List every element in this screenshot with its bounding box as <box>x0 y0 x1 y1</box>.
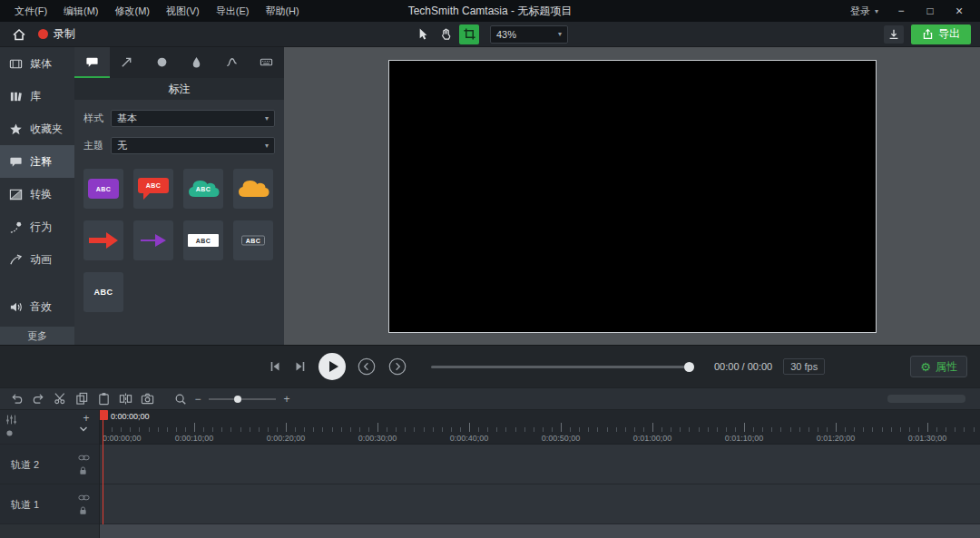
maximize-button[interactable]: □ <box>916 3 944 19</box>
play-button[interactable] <box>318 353 346 380</box>
login-button[interactable]: 登录 ▾ <box>843 3 886 20</box>
menu-edit[interactable]: 编辑(M) <box>56 2 106 21</box>
menu-modify[interactable]: 修改(M) <box>108 2 158 21</box>
camera-icon <box>141 392 154 406</box>
caret-down-icon: ▾ <box>265 114 269 122</box>
tab-sketch-motion[interactable] <box>214 47 250 78</box>
paste-button[interactable] <box>94 390 113 408</box>
callout-tile-cloud[interactable] <box>233 169 273 209</box>
crop-tool-button[interactable] <box>459 24 479 44</box>
redo-button[interactable] <box>29 390 47 408</box>
preview-stage[interactable] <box>388 60 877 333</box>
select-tool-button[interactable] <box>412 24 432 44</box>
step-back-button[interactable] <box>357 357 377 377</box>
sidebar-item-annotations[interactable]: 注释 <box>0 145 74 178</box>
track-lane[interactable] <box>100 445 980 484</box>
tab-arrows[interactable] <box>110 47 145 78</box>
home-button[interactable] <box>9 24 29 44</box>
record-marker-icon[interactable] <box>5 429 17 437</box>
menu-view[interactable]: 视图(V) <box>159 2 207 21</box>
menu-file[interactable]: 文件(F) <box>7 2 54 21</box>
chevron-left-circle-icon <box>357 357 377 377</box>
playhead[interactable] <box>103 410 103 524</box>
export-button[interactable]: 导出 <box>911 24 971 44</box>
menu-help[interactable]: 帮助(H) <box>258 2 306 21</box>
pan-tool-button[interactable] <box>436 24 456 44</box>
timeline-zoom-out-button[interactable]: − <box>192 393 203 406</box>
zoom-slider-handle[interactable] <box>234 396 241 403</box>
timeline-scrollbar[interactable] <box>887 395 965 403</box>
callout-tile-text-box[interactable]: ABC <box>183 220 223 260</box>
time-display: 00:00 / 00:00 <box>714 361 772 372</box>
playhead-handle[interactable] <box>100 410 108 420</box>
track-header[interactable]: 轨道 1 <box>0 484 99 524</box>
scrubber-handle[interactable] <box>684 362 694 372</box>
track-lane[interactable] <box>100 484 980 524</box>
timeline-toolbar: − + <box>0 387 980 410</box>
sidebar-item-label: 动画 <box>30 252 52 268</box>
lock-track-icon[interactable] <box>78 505 90 515</box>
sidebar-item-favorites[interactable]: 收藏夹 <box>0 112 74 145</box>
sidebar-item-behaviors[interactable]: 行为 <box>0 210 74 243</box>
lock-track-icon[interactable] <box>78 465 90 475</box>
time-ruler[interactable]: 0:00:00;00 0:00:10;00 0:00:20;00 0:00:30… <box>100 410 980 445</box>
split-button[interactable] <box>116 390 134 408</box>
callout-tile-keystroke[interactable]: ABC <box>233 220 273 260</box>
style-select[interactable]: 基本 ▾ <box>111 110 275 127</box>
record-button[interactable]: 录制 <box>38 26 75 42</box>
callout-tile-rounded-rect[interactable]: ABC <box>83 169 123 209</box>
collapse-tracks-button[interactable] <box>79 426 93 433</box>
callout-tile-cloud[interactable]: ABC <box>183 169 223 209</box>
screenshot-button[interactable] <box>138 390 156 408</box>
cut-button[interactable] <box>51 390 69 408</box>
playback-scrubber[interactable] <box>431 361 694 372</box>
callout-tile-speech-bubble[interactable]: ABC <box>133 169 173 209</box>
chevron-right-circle-icon <box>387 357 407 377</box>
callout-tile-text[interactable]: ABC <box>83 272 123 312</box>
tab-callouts[interactable] <box>74 47 110 78</box>
track-header[interactable]: 轨道 2 <box>0 445 99 484</box>
fps-display: 30 fps <box>783 358 825 375</box>
tab-blur[interactable] <box>180 47 215 78</box>
link-track-icon[interactable] <box>78 494 90 502</box>
callout-gallery: ABC ABC ABC <box>74 154 284 327</box>
caret-down-icon: ▾ <box>265 142 269 150</box>
sidebar-more-button[interactable]: 更多 <box>0 327 74 345</box>
sidebar-item-library[interactable]: 库 <box>0 80 74 112</box>
sidebar-item-transitions[interactable]: 转换 <box>0 178 74 210</box>
add-track-button[interactable]: + <box>79 412 93 425</box>
download-button[interactable] <box>884 25 904 44</box>
library-icon <box>9 90 24 103</box>
canvas-zoom-select[interactable]: 43% ▾ <box>490 25 568 44</box>
timeline-horizontal-scrollbar[interactable] <box>100 524 980 538</box>
mixer-icon[interactable] <box>5 414 17 426</box>
ruler-label: 0:00:00;00 <box>103 434 142 443</box>
theme-select[interactable]: 无 ▾ <box>111 137 275 154</box>
scrubber-track <box>431 366 694 368</box>
sidebar-item-animations[interactable]: 动画 <box>0 243 74 276</box>
minimize-button[interactable]: − <box>887 3 915 19</box>
sidebar-item-label: 收藏夹 <box>30 122 63 137</box>
menu-export[interactable]: 导出(E) <box>209 2 257 21</box>
undo-button[interactable] <box>7 390 25 408</box>
next-frame-button[interactable] <box>293 359 308 374</box>
copy-button[interactable] <box>73 390 91 408</box>
sidebar-item-audio-effects[interactable]: 音效 <box>0 290 74 323</box>
canvas-area[interactable] <box>284 47 980 345</box>
callout-tile-arrow[interactable] <box>83 220 123 260</box>
callout-tile-arrow[interactable] <box>133 220 173 260</box>
animations-icon <box>9 253 24 267</box>
timeline-content: 0:00:00;00 0:00:10;00 0:00:20;00 0:00:30… <box>100 410 980 538</box>
tab-shapes[interactable] <box>144 47 180 78</box>
tab-keystroke[interactable] <box>250 47 285 78</box>
timeline-zoom-in-button[interactable]: + <box>281 393 292 406</box>
sidebar-item-label: 转换 <box>30 187 52 202</box>
sidebar-item-media[interactable]: 媒体 <box>0 47 74 80</box>
play-icon <box>329 361 338 372</box>
properties-button[interactable]: ⚙ 属性 <box>910 356 967 377</box>
previous-frame-button[interactable] <box>268 359 282 374</box>
step-forward-button[interactable] <box>387 357 407 377</box>
close-button[interactable]: × <box>946 2 973 20</box>
timeline-zoom-slider[interactable] <box>209 395 276 404</box>
link-track-icon[interactable] <box>78 454 90 462</box>
